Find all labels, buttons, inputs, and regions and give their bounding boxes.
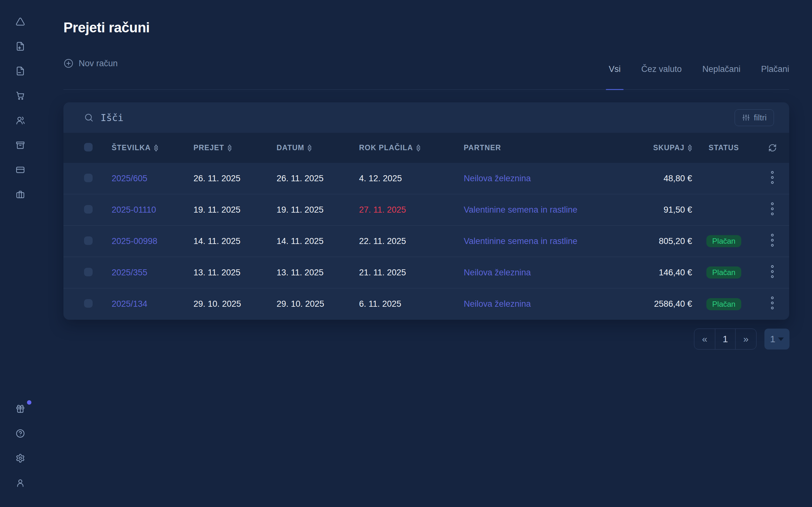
invoice-number-link[interactable]: 2025/355 [112,268,148,277]
row-checkbox[interactable] [84,268,93,276]
received-date: 13. 11. 2025 [194,268,276,278]
row-total: 146,40 € [659,268,692,278]
briefcase-icon[interactable] [15,190,25,199]
notification-dot [27,400,32,405]
table-row: 2025/134 29. 10. 2025 29. 10. 2025 6. 11… [63,288,789,320]
header-cell-rok-placila[interactable]: ROK PLAČILA [359,144,464,152]
table-row: 2025-01110 19. 11. 2025 19. 11. 2025 27.… [63,194,789,226]
sort-icon[interactable] [154,144,158,152]
search-row: filtri [63,102,789,133]
status-badge: Plačan [706,298,741,310]
status-badge: Plačan [706,235,741,247]
sort-icon[interactable] [416,144,420,152]
credit-card-icon[interactable] [15,165,25,175]
header-cell-stevilka[interactable]: ŠTEVILKA [112,144,194,152]
row-menu-button[interactable] [770,202,774,216]
partner-link[interactable]: Neilova železnina [464,174,531,183]
partner-link[interactable]: Neilova železnina [464,299,531,308]
row-total: 2586,40 € [654,299,692,309]
settings-gear-icon[interactable] [15,453,25,463]
invoice-date: 14. 11. 2025 [276,236,359,246]
sort-icon[interactable] [688,144,692,152]
table-body: 2025/605 26. 11. 2025 26. 11. 2025 4. 12… [63,163,789,320]
plus-circle-icon [63,58,73,68]
invoice-number-link[interactable]: 2025-00998 [112,236,157,246]
select-all-checkbox[interactable] [84,143,93,152]
table-row: 2025-00998 14. 11. 2025 14. 11. 2025 22.… [63,226,789,257]
shopping-cart-icon[interactable] [15,91,25,101]
tab-placani[interactable]: Plačani [761,49,789,89]
tab-vsi[interactable]: Vsi [609,49,621,89]
filters-button[interactable]: filtri [734,109,774,126]
sliders-icon [742,113,750,122]
partner-link[interactable]: Neilova železnina [464,268,531,277]
page-size-value: 1 [770,334,775,344]
sort-icon[interactable] [227,144,232,152]
user-icon[interactable] [15,478,25,488]
users-icon[interactable] [15,116,25,125]
row-total: 91,50 € [664,205,692,215]
header-cell-datum[interactable]: DATUM [276,144,359,152]
row-total: 48,80 € [664,174,692,183]
sidebar-bottom-group [0,404,40,503]
invoice-date: 29. 10. 2025 [276,299,359,309]
invoice-number-link[interactable]: 2025/605 [112,174,148,183]
due-date: 4. 12. 2025 [359,174,464,183]
due-date: 21. 11. 2025 [359,268,464,278]
page-title: Prejeti računi [63,20,150,36]
table-row: 2025/605 26. 11. 2025 26. 11. 2025 4. 12… [63,163,789,194]
due-date: 6. 11. 2025 [359,299,464,309]
row-menu-button[interactable] [770,264,774,279]
row-menu-button[interactable] [770,170,774,185]
row-menu-button[interactable] [770,233,774,247]
row-checkbox[interactable] [84,299,93,308]
file-plus-icon[interactable] [15,42,25,51]
current-page: 1 [715,329,735,349]
search-icon [84,113,94,122]
sort-icon[interactable] [307,144,312,152]
row-checkbox[interactable] [84,174,93,182]
search-input[interactable] [101,112,734,123]
file-minus-icon[interactable] [15,66,25,76]
header-cell-prejet[interactable]: PREJET [194,144,276,152]
invoice-number-link[interactable]: 2025/134 [112,299,148,308]
received-date: 19. 11. 2025 [194,205,276,215]
invoice-date: 13. 11. 2025 [276,268,359,278]
pagination: « 1 » 1 [694,329,790,349]
invoice-date: 26. 11. 2025 [276,174,359,183]
tab-cez-valuto[interactable]: Čez valuto [641,49,682,89]
tab-bar: Vsi Čez valuto Neplačani Plačani [609,49,789,89]
status-badge: Plačan [706,267,741,279]
invoice-number-link[interactable]: 2025-01110 [112,205,156,215]
received-date: 26. 11. 2025 [194,174,276,183]
header-cell-status: STATUS [709,144,739,152]
row-checkbox[interactable] [84,236,93,245]
new-invoice-button[interactable]: Nov račun [63,55,118,72]
triangle-logo-icon[interactable] [15,17,25,26]
row-total: 805,20 € [659,236,692,246]
row-menu-button[interactable] [770,296,774,310]
filters-label: filtri [754,113,767,123]
invoices-card: filtri ŠTEVILKA PREJET DATUM ROK PLAČILA… [63,102,789,320]
received-date: 29. 10. 2025 [194,299,276,309]
refresh-icon[interactable] [768,144,777,152]
due-date: 27. 11. 2025 [359,205,464,215]
header-cell-actions [768,144,777,152]
tab-neplacani[interactable]: Neplačani [702,49,740,89]
invoice-date: 19. 11. 2025 [276,205,359,215]
toolbar: Nov račun Vsi Čez valuto Neplačani Plača… [63,49,789,90]
archive-icon[interactable] [15,140,25,150]
header-cell-partner: PARTNER [464,144,635,152]
header-cell-skupaj[interactable]: SKUPAJ [635,144,692,152]
sidebar [0,0,40,507]
gift-icon[interactable] [15,404,25,413]
new-invoice-label: Nov račun [79,59,118,68]
first-page-button[interactable]: « [694,329,715,349]
partner-link[interactable]: Valentinine semena in rastline [464,205,577,215]
help-circle-icon[interactable] [15,429,25,438]
received-date: 14. 11. 2025 [194,236,276,246]
row-checkbox[interactable] [84,205,93,214]
page-size-select[interactable]: 1 [764,329,790,349]
partner-link[interactable]: Valentinine semena in rastline [464,236,577,246]
last-page-button[interactable]: » [735,329,756,349]
